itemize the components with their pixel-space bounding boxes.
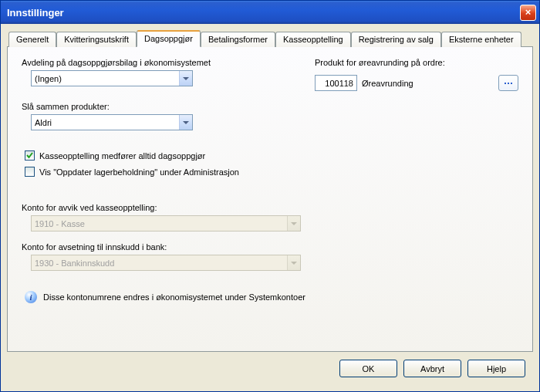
deposit-account-button <box>287 255 300 270</box>
help-button[interactable]: Hjelp <box>467 360 525 377</box>
product-browse-button[interactable] <box>498 75 518 91</box>
ok-button[interactable]: OK <box>339 360 397 377</box>
tab-eksterne-enheter[interactable]: Eksterne enheter <box>441 32 521 47</box>
button-bar: OK Avbryt Hjelp <box>7 352 533 385</box>
product-name: Øreavrunding <box>362 79 413 88</box>
merge-select-button[interactable] <box>179 115 192 130</box>
check-icon <box>25 151 34 160</box>
close-icon: × <box>525 6 532 18</box>
merge-select-value: Aldri <box>35 118 52 127</box>
deposit-account-select: 1930 - Bankinnskudd <box>31 255 301 271</box>
cancel-button[interactable]: Avbryt <box>403 360 461 377</box>
dept-select-button[interactable] <box>179 71 192 86</box>
deviation-account-button <box>287 216 300 231</box>
tab-strip: Generelt Kvitteringsutskrift Dagsoppgjør… <box>7 30 533 47</box>
product-label: Produkt for øreavrunding på ordre: <box>315 58 445 67</box>
info-icon: i <box>25 291 37 303</box>
dialog-body: Generelt Kvitteringsutskrift Dagsoppgjør… <box>1 24 539 391</box>
merge-select[interactable]: Aldri <box>31 114 193 130</box>
deviation-account-label: Konto for avvik ved kasseopptelling: <box>22 203 518 212</box>
info-text: Disse kontonumrene endres i økonomisyste… <box>43 292 305 302</box>
tab-kvitteringsutskrift[interactable]: Kvitteringsutskrift <box>56 32 137 47</box>
dept-label: Avdeling på dagsoppgjørsbilag i økonomis… <box>22 58 315 67</box>
cashcount-label: Kasseopptelling medfører alltid dagsoppg… <box>39 151 205 161</box>
deviation-account-value: 1910 - Kasse <box>35 219 85 228</box>
dept-select-value: (Ingen) <box>35 74 62 83</box>
updatestock-checkbox[interactable] <box>25 167 35 177</box>
cashcount-checkbox[interactable] <box>25 150 35 161</box>
chevron-down-icon <box>291 262 297 265</box>
chevron-down-icon <box>291 222 297 225</box>
tab-page-dagsoppgjor: Avdeling på dagsoppgjørsbilag i økonomis… <box>7 46 533 352</box>
chevron-down-icon <box>183 77 189 80</box>
close-button[interactable]: × <box>520 5 536 21</box>
window-title: Innstillinger <box>7 7 520 19</box>
tab-betalingsformer[interactable]: Betalingsformer <box>201 32 275 47</box>
tab-registrering-av-salg[interactable]: Registrering av salg <box>351 32 441 47</box>
ellipsis-icon <box>505 83 512 84</box>
tab-generelt[interactable]: Generelt <box>8 32 56 47</box>
product-code-input[interactable] <box>315 75 357 91</box>
tab-dagsoppgjor[interactable]: Dagsoppgjør <box>137 30 201 47</box>
deviation-account-select: 1910 - Kasse <box>31 215 301 231</box>
updatestock-label: Vis "Oppdater lagerbeholdning" under Adm… <box>39 167 239 177</box>
settings-dialog: Innstillinger × Generelt Kvitteringsutsk… <box>0 0 540 392</box>
merge-label: Slå sammen produkter: <box>22 102 518 111</box>
deposit-account-label: Konto for avsetning til innskudd i bank: <box>22 242 518 252</box>
dept-select[interactable]: (Ingen) <box>31 70 193 86</box>
deposit-account-value: 1930 - Bankinnskudd <box>35 259 114 268</box>
chevron-down-icon <box>183 121 189 124</box>
tab-kasseopptelling[interactable]: Kasseopptelling <box>275 32 351 47</box>
titlebar: Innstillinger × <box>1 1 539 24</box>
